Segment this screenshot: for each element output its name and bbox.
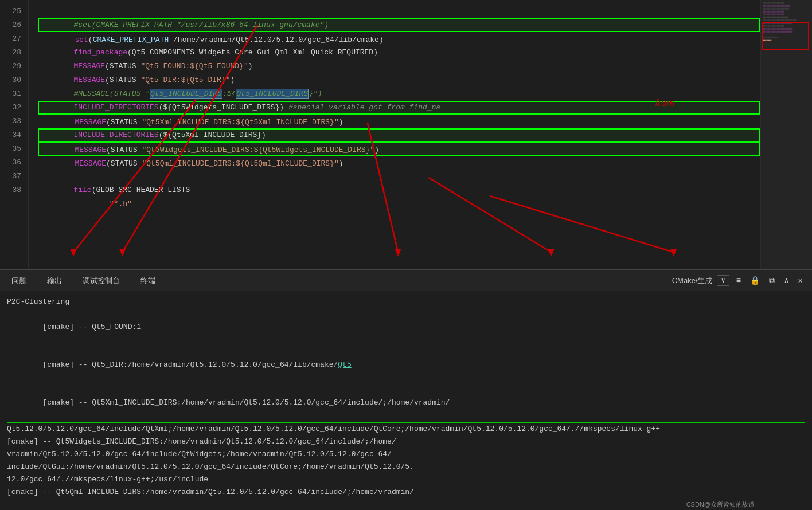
- code-line-33: INCLUDE_DIRECTORIES(${Qt5Xml_INCLUDE_DIR…: [38, 115, 760, 128]
- tab-terminal[interactable]: 终端: [136, 273, 160, 288]
- line-numbers: 25 26 27 28 29 30 31 32 33 34 35 36 37 3…: [0, 0, 29, 269]
- editor-area: 25 26 27 28 29 30 31 32 33 34 35 36 37 3…: [0, 0, 812, 269]
- code-line-38: "*.h": [38, 183, 760, 197]
- line-num-25: 25: [0, 5, 28, 18]
- terminal-close-btn[interactable]: ✕: [796, 274, 805, 287]
- tab-output[interactable]: 输出: [42, 273, 67, 288]
- terminal-line-found: [cmake] -- Qt5_FOUND:1: [7, 308, 805, 346]
- terminal-line-dir: [cmake] -- Qt5_DIR:/home/vradmin/Qt5.12.…: [7, 346, 805, 384]
- terminal-menu-btn[interactable]: ≡: [734, 275, 743, 287]
- terminal-content[interactable]: P2C-Clustering [cmake] -- Qt5_FOUND:1 [c…: [0, 291, 812, 510]
- terminal-line-project: P2C-Clustering: [7, 296, 805, 308]
- terminal-tabs: 问题 输出 调试控制台 终端 CMake/生成 ∨ ≡ 🔒 ⧉ ∧ ✕: [0, 270, 812, 291]
- terminal-dropdown[interactable]: ∨: [717, 275, 729, 286]
- code-line-36: [38, 156, 760, 170]
- terminal-lock-btn[interactable]: 🔒: [748, 274, 762, 287]
- line-num-28: 28: [0, 46, 28, 60]
- line-num-33: 33: [0, 115, 28, 128]
- terminal-title-label: CMake/生成: [672, 276, 713, 286]
- code-line-25: #set(CMAKE_PREFIX_PATH "/usr/lib/x86_64-…: [38, 5, 760, 18]
- tab-debug-console[interactable]: 调试控制台: [78, 273, 124, 288]
- terminal-split-btn[interactable]: ⧉: [767, 275, 777, 287]
- terminal-line-widgets-include: [cmake] -- Qt5Widgets_INCLUDE_DIRS:/home…: [7, 436, 805, 448]
- line-num-29: 29: [0, 60, 28, 73]
- code-line-34: MESSAGE(STATUS "Qt5Widgets_INCLUDE_DIRS:…: [38, 128, 760, 142]
- code-line-29: MESSAGE(STATUS "Qt5_DIR:${Qt5_DIR}"): [38, 60, 760, 73]
- code-line-31: INCLUDE_DIRECTORIES(${Qt5Widgets_INCLUDE…: [38, 87, 760, 101]
- terminal-line-xml-include: [cmake] -- Qt5Xml_INCLUDE_DIRS:/home/vra…: [7, 384, 805, 423]
- terminal-line-widgets-include-cont2: include/QtGui;/home/vradmin/Qt5.12.0/5.1…: [7, 461, 805, 473]
- line-num-38: 38: [0, 183, 28, 197]
- minimap-inner: ████████████████████ ███████████████████…: [761, 0, 812, 269]
- terminal-line-xml-include-cont: Qt5.12.0/5.12.0/gcc_64/include/QtXml;/ho…: [7, 423, 805, 436]
- terminal-line-widgets-include-cont1: vradmin/Qt5.12.0/5.12.0/gcc_64/include/Q…: [7, 448, 805, 461]
- line-num-35: 35: [0, 142, 28, 156]
- minimap-red-box: [762, 22, 809, 50]
- watermark: CSDN@众所皆知的故道: [686, 500, 755, 509]
- terminal-collapse-btn[interactable]: ∧: [782, 274, 791, 287]
- terminal-line-qml-include: [cmake] -- Qt5Qml_INCLUDE_DIRS:/home/vra…: [7, 486, 805, 499]
- line-num-31: 31: [0, 87, 28, 101]
- code-line-28: MESSAGE(STATUS "Qt5_FOUND:${Qt5_FOUND}"): [38, 46, 760, 60]
- tab-problems[interactable]: 问题: [7, 273, 31, 288]
- line-num-26: 26: [0, 18, 28, 32]
- line-num-34: 34: [0, 128, 28, 142]
- code-line-37: file(GLOB SRC_HEADER_LISTS: [38, 170, 760, 183]
- line-num-37: 37: [0, 170, 28, 183]
- terminal-area: 问题 输出 调试控制台 终端 CMake/生成 ∨ ≡ 🔒 ⧉ ∧ ✕ P2C-…: [0, 269, 812, 510]
- line-num-30: 30: [0, 73, 28, 87]
- terminal-line-widgets-include-cont3: 12.0/gcc_64/.//mkspecs/linux-g++;/usr/in…: [7, 473, 805, 486]
- code-line-32: MESSAGE(STATUS "Qt5Xml_INCLUDE_DIRS:${Qt…: [38, 101, 760, 115]
- code-line-26: set(CMAKE_PREFIX_PATH /home/vradmin/Qt5.…: [38, 18, 760, 32]
- code-line-30: #MESSAGE(STATUS "Qt5_INCLUDE_DIRS:${Qt5_…: [38, 73, 760, 87]
- terminal-title-right: CMake/生成 ∨ ≡ 🔒 ⧉ ∧ ✕: [672, 274, 805, 287]
- code-line-35: MESSAGE(STATUS "Qt5Qml_INCLUDE_DIRS:${Qt…: [38, 142, 760, 156]
- line-num-32: 32: [0, 101, 28, 115]
- line-num-27: 27: [0, 32, 28, 46]
- line-num-36: 36: [0, 156, 28, 170]
- minimap: ████████████████████ ███████████████████…: [760, 0, 812, 269]
- code-line-27: find_package(Qt5 COMPONENTS Widgets Core…: [38, 32, 760, 46]
- code-content[interactable]: #set(CMAKE_PREFIX_PATH "/usr/lib/x86_64-…: [29, 0, 760, 269]
